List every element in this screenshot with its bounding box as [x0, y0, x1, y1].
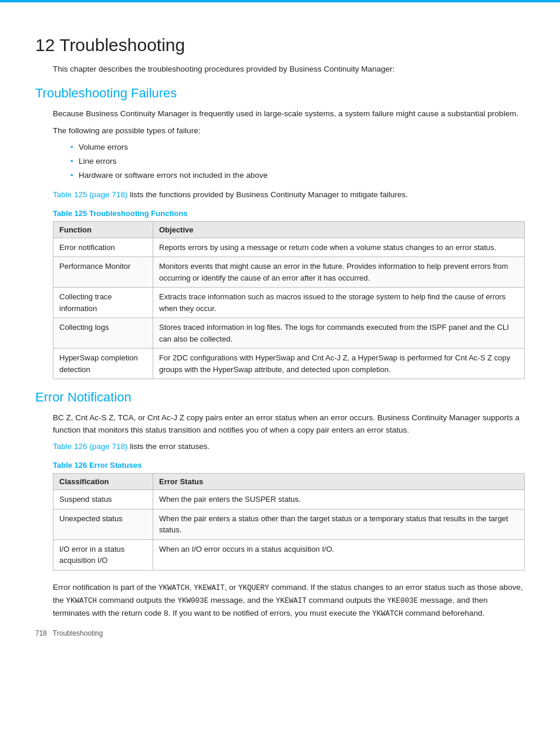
section2-body: BC Z, Cnt Ac-S Z, TCA, or Cnt Ac-J Z cop… — [53, 412, 525, 619]
failure-types-list: Volume errors Line errors Hardware or so… — [70, 141, 525, 182]
table-cell-objective: Extracts trace information such as macro… — [153, 288, 525, 318]
list-item: Volume errors — [70, 141, 525, 153]
code-ykwatch3: YKWATCH — [372, 610, 403, 618]
chapter-title: 12 Troubleshooting — [35, 35, 525, 55]
table-cell-classification: Suspend status — [53, 490, 153, 509]
section1-title: Troubleshooting Failures — [35, 86, 525, 101]
section2-title: Error Notification — [35, 390, 525, 405]
table-cell-classification: Unexpected status — [53, 509, 153, 539]
table126-caption: Table 126 Error Statuses — [53, 461, 525, 470]
list-item: Hardware or software errors not included… — [70, 170, 525, 181]
table-cell-function: Error notification — [53, 238, 153, 257]
table-cell-function: Collecting logs — [53, 318, 153, 349]
table-cell-error-status: When an I/O error occurs in a status acq… — [153, 539, 525, 570]
table125-col1-header: Function — [53, 221, 153, 238]
table-row: Collecting trace information Extracts tr… — [53, 288, 525, 318]
table125-caption: Table 125 Troubleshooting Functions — [53, 209, 525, 218]
section1-para1: Because Business Continuity Manager is f… — [53, 108, 525, 120]
code-yke003e: YKE003E — [387, 597, 419, 605]
table125-link[interactable]: Table 125 (page 718) — [53, 190, 128, 199]
section2-para2: Error notification is part of the YKWATC… — [53, 581, 525, 620]
code-ykquery: YKQUERY — [238, 584, 269, 592]
table126-col2-header: Error Status — [153, 474, 525, 490]
table-cell-objective: Stores traced information in log files. … — [153, 318, 525, 349]
section1-body: Because Business Continuity Manager is f… — [53, 108, 525, 379]
table-row: I/O error in a status acquisition I/O Wh… — [53, 539, 525, 570]
table-cell-objective: For 2DC configurations with HyperSwap an… — [153, 349, 525, 379]
table-cell-function: HyperSwap completion detection — [53, 349, 153, 379]
table-cell-error-status: When the pair enters a status other than… — [153, 509, 525, 539]
table126-col1-header: Classification — [53, 474, 153, 490]
code-ykewait1: YKEWAIT — [194, 584, 225, 592]
table125-ref: Table 125 (page 718) lists the functions… — [53, 189, 525, 201]
section1-para2: The following are possible types of fail… — [53, 125, 525, 137]
chapter-title-text: Troubleshooting — [59, 35, 185, 55]
table-row: Collecting logs Stores traced informatio… — [53, 318, 525, 349]
page-footer: 718 Troubleshooting — [35, 629, 103, 637]
table-row: HyperSwap completion detection For 2DC c… — [53, 349, 525, 379]
chapter-intro: This chapter describes the troubleshooti… — [53, 63, 525, 75]
code-ykwatch1: YKWATCH — [158, 584, 190, 592]
table-cell-error-status: When the pair enters the SUSPER status. — [153, 490, 525, 509]
section2-para1: BC Z, Cnt Ac-S Z, TCA, or Cnt Ac-J Z cop… — [53, 412, 525, 436]
list-item: Line errors — [70, 156, 525, 167]
table-row: Unexpected status When the pair enters a… — [53, 509, 525, 539]
table-cell-function: Collecting trace information — [53, 288, 153, 318]
table125-col2-header: Objective — [153, 221, 525, 238]
table126-ref: Table 126 (page 718) lists the error sta… — [53, 441, 525, 453]
code-ykwatch2: YKWATCH — [66, 597, 97, 605]
table126: Classification Error Status Suspend stat… — [53, 473, 525, 571]
table125: Function Objective Error notification Re… — [53, 221, 525, 380]
table-cell-objective: Reports errors by using a message or ret… — [153, 238, 525, 257]
table-row: Suspend status When the pair enters the … — [53, 490, 525, 509]
table126-link[interactable]: Table 126 (page 718) — [53, 442, 128, 451]
chapter-number: 12 — [35, 35, 55, 55]
code-ykewait2: YKEWAIT — [276, 597, 307, 605]
table-cell-function: Performance Monitor — [53, 257, 153, 288]
table-row: Error notification Reports errors by usi… — [53, 238, 525, 257]
table-cell-objective: Monitors events that might cause an erro… — [153, 257, 525, 288]
table-cell-classification: I/O error in a status acquisition I/O — [53, 539, 153, 570]
table-row: Performance Monitor Monitors events that… — [53, 257, 525, 288]
code-ykw003e: YKW003E — [177, 597, 208, 605]
